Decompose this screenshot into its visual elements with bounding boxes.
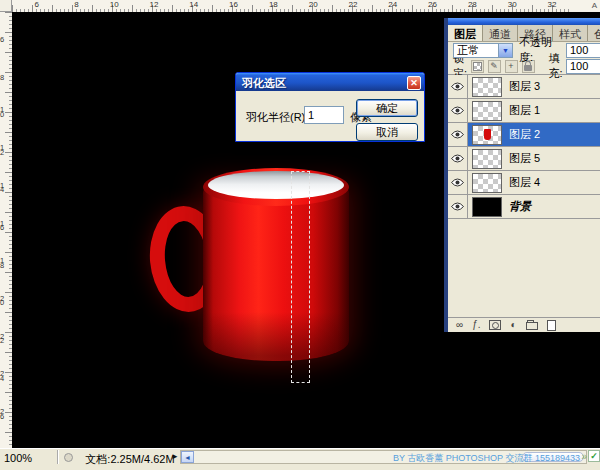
cancel-button[interactable]: 取消 — [356, 123, 418, 141]
ruler-vertical[interactable]: 681 01 21 41 61 82 02 22 42 6 — [0, 12, 12, 448]
status-menu-arrow-icon[interactable]: ► — [171, 452, 179, 461]
visibility-toggle[interactable] — [448, 75, 468, 98]
layer-thumbnail[interactable] — [472, 149, 502, 169]
mug-body — [203, 186, 349, 361]
layer-row[interactable]: 图层 4 — [448, 171, 600, 195]
layer-row[interactable]: 图层 1 — [448, 99, 600, 123]
watermark-arrow: » — [581, 451, 587, 462]
visibility-toggle[interactable] — [448, 171, 468, 194]
layer-row[interactable]: 背景 — [448, 195, 600, 219]
eye-icon — [451, 129, 464, 141]
photoshop-window: 68101214161820222426283032 681 01 21 41 … — [0, 0, 600, 470]
visibility-toggle[interactable] — [448, 99, 468, 122]
layer-row[interactable]: 图层 2 — [448, 123, 600, 147]
layer-row[interactable]: 图层 3 — [448, 75, 600, 99]
eye-icon — [451, 201, 464, 213]
chevron-down-icon[interactable]: ▼ — [498, 44, 512, 57]
tab-1[interactable]: 通道 — [483, 25, 518, 41]
layer-thumbnail[interactable] — [472, 197, 502, 217]
panel-titlebar[interactable] — [448, 18, 600, 25]
mug-rim-interior — [208, 171, 344, 199]
status-circle-icon — [64, 453, 73, 462]
layer-name: 背景 — [509, 199, 531, 214]
layer-thumbnail[interactable] — [472, 125, 502, 145]
zoom-level[interactable]: 100% — [4, 452, 32, 464]
opacity-input[interactable] — [566, 43, 600, 58]
eye-icon — [451, 81, 464, 93]
layer-name: 图层 3 — [509, 79, 540, 94]
layer-name: 图层 2 — [509, 127, 540, 142]
green-check-icon: ✓ — [588, 450, 600, 462]
layer-thumbnail[interactable] — [472, 173, 502, 193]
layer-mask-icon[interactable] — [489, 320, 501, 330]
close-icon[interactable]: ✕ — [407, 76, 421, 90]
lock-paint-icon[interactable]: ✎ — [488, 60, 501, 73]
lock-position-icon[interactable]: + — [505, 60, 518, 73]
blend-mode-value: 正常 — [457, 43, 479, 58]
panel-bottom-bar: ∞ ƒ. ◐ — [448, 317, 600, 332]
adjustment-layer-icon[interactable]: ◐ — [510, 320, 516, 330]
visibility-toggle[interactable] — [448, 195, 468, 218]
dialog-titlebar[interactable]: 羽化选区 ✕ — [236, 73, 424, 91]
feather-radius-label: 羽化半径(R): — [246, 110, 308, 125]
ruler-horizontal[interactable]: 68101214161820222426283032 — [12, 0, 600, 12]
new-group-icon[interactable] — [526, 320, 538, 330]
dialog-title: 羽化选区 — [242, 76, 407, 91]
eye-icon — [451, 105, 464, 117]
layer-name: 图层 1 — [509, 103, 540, 118]
visibility-toggle[interactable] — [448, 147, 468, 170]
dialog-body: 羽化半径(R): 像素 确定 取消 — [236, 91, 424, 143]
scroll-left-icon[interactable]: ◄ — [181, 451, 194, 463]
layer-list: 图层 3 图层 1 图层 2 — [448, 74, 600, 219]
feather-dialog: 羽化选区 ✕ 羽化半径(R): 像素 确定 取消 — [235, 72, 425, 142]
lock-icons: ✎ + — [471, 60, 535, 73]
layer-thumbnail[interactable] — [472, 77, 502, 97]
layer-style-icon[interactable]: ƒ. — [472, 320, 480, 330]
blend-row: 正常 ▼ 不透明度: — [448, 42, 600, 58]
visibility-toggle[interactable] — [448, 123, 468, 146]
tab-4[interactable]: 色板 — [588, 25, 600, 41]
mug-rim — [203, 168, 349, 206]
link-layers-icon[interactable]: ∞ — [456, 320, 463, 330]
divider — [57, 450, 58, 464]
fill-input[interactable] — [566, 59, 600, 74]
layer-thumbnail[interactable] — [472, 101, 502, 121]
eye-icon — [451, 177, 464, 189]
selection-marquee[interactable] — [291, 171, 310, 383]
tab-0[interactable]: 图层 — [448, 25, 483, 41]
lock-transparency-icon[interactable] — [471, 60, 484, 73]
status-bar: 100% 文档:2.25M/4.62M ► ◄ BY 古欧香薰 PHOTOSHO… — [0, 448, 600, 470]
feather-radius-input[interactable] — [304, 106, 344, 124]
watermark-text: BY 古欧香薰 PHOTOSHOP 交流群 155189433 — [393, 452, 580, 465]
eye-icon — [451, 153, 464, 165]
ruler-end-glyph: A — [570, 0, 600, 12]
layer-name: 图层 5 — [509, 151, 540, 166]
layer-row[interactable]: 图层 5 — [448, 147, 600, 171]
ruler-corner — [0, 0, 12, 12]
blend-mode-select[interactable]: 正常 ▼ — [453, 43, 513, 58]
new-layer-icon[interactable] — [547, 320, 556, 331]
document-size: 文档:2.25M/4.62M — [80, 452, 180, 467]
layers-panel: 图层通道路径样式色板 正常 ▼ 不透明度: 锁定: ✎ + 填充: — [444, 18, 600, 332]
layer-name: 图层 4 — [509, 175, 540, 190]
ok-button[interactable]: 确定 — [356, 99, 418, 117]
